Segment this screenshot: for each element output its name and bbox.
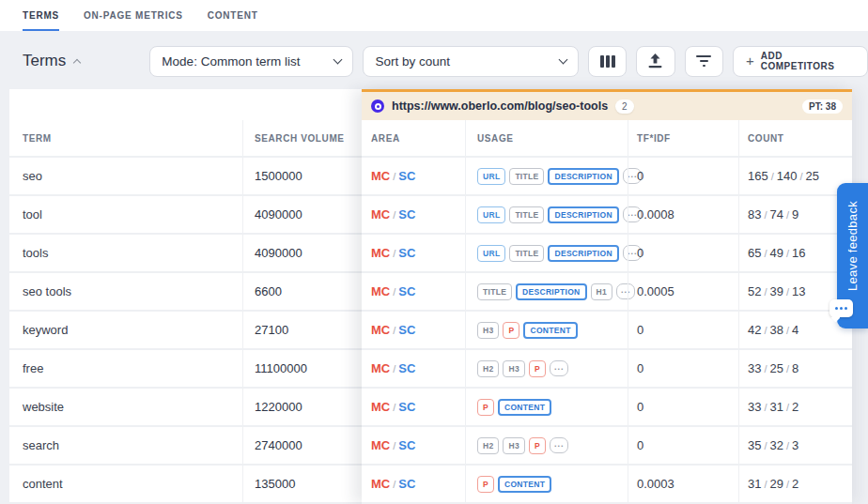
table-row-competitor[interactable]: MC/SCURLTITLEDESCRIPTION...0165/140/25 — [362, 158, 852, 196]
table-row[interactable]: seo1500000 — [9, 158, 362, 196]
area-sc-value: SC — [398, 169, 415, 183]
usage-cell: URLTITLEDESCRIPTION... — [465, 235, 628, 271]
count-value: 3 — [792, 438, 798, 452]
term-label: keyword — [23, 323, 68, 337]
mode-dropdown-value: Mode: Common term list — [162, 54, 300, 69]
count-value: 8 — [792, 361, 798, 375]
count-value: 49 — [770, 246, 783, 260]
table-row-competitor[interactable]: MC/SCH2H3P...033/25/8 — [362, 350, 852, 389]
search-volume-value: 11100000 — [255, 361, 307, 375]
table-row[interactable]: search2740000 — [9, 427, 362, 466]
area-cell: MC/SC — [362, 350, 465, 387]
column-header-search-volume: SEARCH VOLUME — [242, 120, 362, 156]
count-cell: 35/32/3 — [738, 427, 852, 464]
tab-terms[interactable]: TERMS — [23, 0, 59, 31]
table-row[interactable]: keyword27100 — [9, 312, 362, 350]
count-value: 25 — [770, 361, 783, 375]
area-sc-value: SC — [398, 400, 415, 414]
slash-separator: / — [786, 286, 789, 298]
usage-badge-title: TITLE — [509, 245, 544, 262]
table-row[interactable]: website1220000 — [9, 389, 362, 427]
slash-separator: / — [393, 363, 395, 374]
term-label: seo — [23, 169, 42, 183]
term-cell: seo tools — [9, 273, 242, 310]
table-row-competitor[interactable]: MC/SCTITLEDESCRIPTIONH1...0.000552/39/13 — [362, 273, 852, 312]
mode-dropdown[interactable]: Mode: Common term list — [149, 46, 353, 77]
slash-separator: / — [393, 286, 395, 298]
usage-badge-description: DESCRIPTION — [548, 168, 618, 185]
term-label: tool — [23, 207, 42, 221]
export-button[interactable] — [636, 46, 674, 77]
search-volume-value: 4090000 — [255, 246, 302, 260]
usage-more-icon[interactable]: ... — [550, 437, 569, 453]
usage-cell: H2H3P... — [465, 427, 628, 464]
tab-bar: TERMSON-PAGE METRICSCONTENT — [0, 0, 868, 31]
table-row-competitor[interactable]: MC/SCPCONTENT033/31/2 — [362, 389, 852, 427]
sort-dropdown[interactable]: Sort by count — [363, 46, 579, 77]
usage-cell: H3PCONTENT — [465, 312, 628, 348]
slash-separator: / — [786, 479, 789, 490]
table-row[interactable]: tools4090000 — [9, 235, 362, 273]
column-header-term: TERM — [9, 120, 242, 156]
usage-badge-title: TITLE — [477, 283, 512, 300]
table-row-competitor[interactable]: MC/SCH3PCONTENT042/38/4 — [362, 312, 852, 350]
table-row[interactable]: tool4090000 — [9, 196, 362, 235]
slash-separator: / — [764, 325, 767, 336]
column-header-usage: USAGE — [465, 120, 628, 156]
search-volume-value: 1500000 — [255, 169, 302, 183]
slash-separator: / — [799, 171, 802, 182]
term-cell: keyword — [9, 312, 242, 348]
chevron-down-icon — [558, 55, 567, 65]
count-value: 140 — [777, 169, 798, 183]
table-row[interactable]: content135000 — [9, 466, 362, 504]
tfidf-cell: 0.0005 — [628, 273, 738, 310]
table-row[interactable]: seo tools6600 — [9, 273, 362, 312]
table-row-competitor[interactable]: MC/SCH2H3P...035/32/3 — [362, 427, 852, 466]
area-mc-value: MC — [371, 438, 390, 452]
term-cell: tool — [9, 196, 242, 233]
count-value: 31 — [748, 477, 761, 491]
columns-button[interactable] — [588, 46, 627, 77]
term-label: free — [23, 361, 43, 375]
slash-separator: / — [786, 248, 789, 259]
table-row[interactable]: free11100000 — [9, 350, 362, 389]
table-row-competitor[interactable]: MC/SCURLTITLEDESCRIPTION...065/49/16 — [362, 235, 852, 273]
slash-separator: / — [786, 402, 789, 413]
area-mc-value: MC — [371, 169, 390, 183]
pages-count-badge[interactable]: 2 — [615, 99, 634, 114]
tfidf-cell: 0 — [628, 158, 738, 194]
count-value: 65 — [748, 246, 761, 260]
left-column-headers: TERM SEARCH VOLUME — [9, 120, 362, 158]
count-value: 2 — [792, 400, 798, 414]
search-volume-cell: 1500000 — [242, 158, 362, 194]
usage-badge-content: CONTENT — [523, 322, 577, 339]
table-row-competitor[interactable]: MC/SCURLTITLEDESCRIPTION...0.000883/74/9 — [362, 196, 852, 235]
competitor-url-link[interactable]: https://www.oberlo.com/blog/seo-tools — [392, 99, 608, 113]
add-competitors-button[interactable]: + ADD COMPETITORS — [733, 46, 868, 77]
tab-on-page-metrics[interactable]: ON-PAGE METRICS — [84, 0, 183, 31]
tfidf-cell: 0.0008 — [628, 196, 738, 233]
area-mc-value: MC — [371, 400, 390, 414]
slash-separator: / — [393, 209, 395, 221]
slash-separator: / — [393, 402, 395, 413]
search-volume-cell: 4090000 — [242, 235, 362, 271]
tab-content[interactable]: CONTENT — [208, 0, 258, 31]
filter-button[interactable] — [685, 46, 723, 77]
area-sc-value: SC — [398, 246, 415, 260]
count-cell: 83/74/9 — [738, 196, 852, 233]
tfidf-value: 0 — [637, 169, 643, 183]
area-mc-value: MC — [371, 207, 390, 221]
terms-section-toggle[interactable]: Terms — [23, 52, 149, 70]
column-header-area: AREA — [362, 120, 465, 156]
slash-separator: / — [771, 171, 774, 182]
table-row-competitor[interactable]: MC/SCPCONTENT0.000331/29/2 — [362, 466, 852, 504]
add-competitors-label: ADD COMPETITORS — [761, 51, 855, 71]
count-cell: 165/140/25 — [738, 158, 852, 194]
usage-badge-h1: H1 — [591, 283, 612, 300]
usage-more-icon[interactable]: ... — [550, 360, 569, 376]
term-cell: content — [9, 466, 242, 502]
area-sc-value: SC — [398, 284, 415, 298]
leave-feedback-button[interactable]: Leave feedback — [837, 183, 868, 328]
slash-separator: / — [764, 440, 767, 451]
count-value: 39 — [770, 284, 783, 298]
